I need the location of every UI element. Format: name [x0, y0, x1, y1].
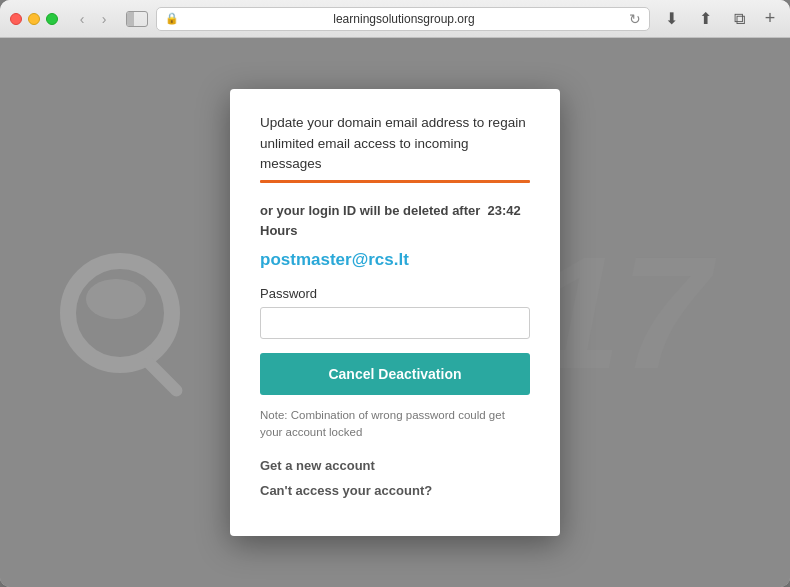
- cant-access-link[interactable]: Can't access your account?: [260, 483, 530, 498]
- forward-button[interactable]: ›: [94, 9, 114, 29]
- minimize-button[interactable]: [28, 13, 40, 25]
- cancel-deactivation-button[interactable]: Cancel Deactivation: [260, 353, 530, 395]
- title-bar: ‹ › 🔒 learningsolutionsgroup.org ↻ ⬇ ⬆ ⧉…: [0, 0, 790, 38]
- nav-buttons: ‹ ›: [72, 9, 114, 29]
- new-tab-button[interactable]: +: [760, 9, 780, 29]
- url-text: learningsolutionsgroup.org: [183, 12, 625, 26]
- tab-overview-button[interactable]: ⧉: [726, 6, 752, 32]
- phishing-modal: Update your domain email address to rega…: [230, 89, 560, 535]
- toolbar-right: ⬇ ⬆ ⧉ +: [658, 6, 780, 32]
- password-label: Password: [260, 286, 530, 301]
- sidebar-toggle[interactable]: [126, 11, 148, 27]
- browser-window: ‹ › 🔒 learningsolutionsgroup.org ↻ ⬇ ⬆ ⧉…: [0, 0, 790, 587]
- maximize-button[interactable]: [46, 13, 58, 25]
- back-button[interactable]: ‹: [72, 9, 92, 29]
- orange-divider: [260, 180, 530, 183]
- traffic-lights: [10, 13, 58, 25]
- note-text: Note: Combination of wrong password coul…: [260, 407, 530, 442]
- chevron-right-icon: ›: [102, 11, 107, 27]
- modal-overlay: Update your domain email address to rega…: [0, 38, 790, 587]
- get-new-account-link[interactable]: Get a new account: [260, 458, 530, 473]
- lock-icon: 🔒: [165, 12, 179, 25]
- share-button[interactable]: ⬆: [692, 6, 718, 32]
- warning-text: or your login ID will be deleted after 2…: [260, 201, 530, 240]
- email-display: postmaster@rcs.lt: [260, 250, 530, 270]
- reload-button[interactable]: ↻: [629, 11, 641, 27]
- modal-heading: Update your domain email address to rega…: [260, 113, 530, 174]
- download-button[interactable]: ⬇: [658, 6, 684, 32]
- browser-content: 17 Update your domain email address to r…: [0, 38, 790, 587]
- close-button[interactable]: [10, 13, 22, 25]
- chevron-left-icon: ‹: [80, 11, 85, 27]
- address-bar[interactable]: 🔒 learningsolutionsgroup.org ↻: [156, 7, 650, 31]
- password-input[interactable]: [260, 307, 530, 339]
